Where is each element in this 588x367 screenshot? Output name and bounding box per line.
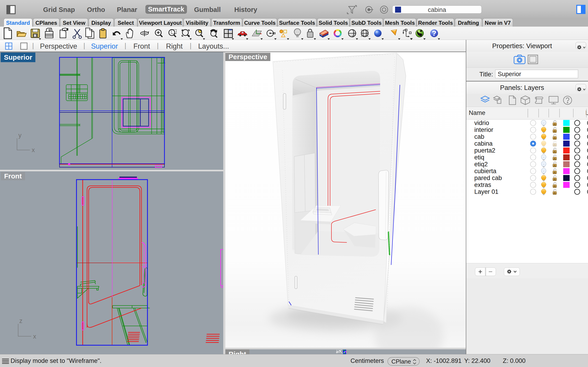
- svg-text:y: y: [18, 132, 22, 139]
- svg-text:z: z: [19, 317, 23, 324]
- svg-text:x: x: [32, 147, 35, 153]
- svg-text:?: ?: [432, 29, 436, 37]
- svg-text:x: x: [33, 333, 36, 340]
